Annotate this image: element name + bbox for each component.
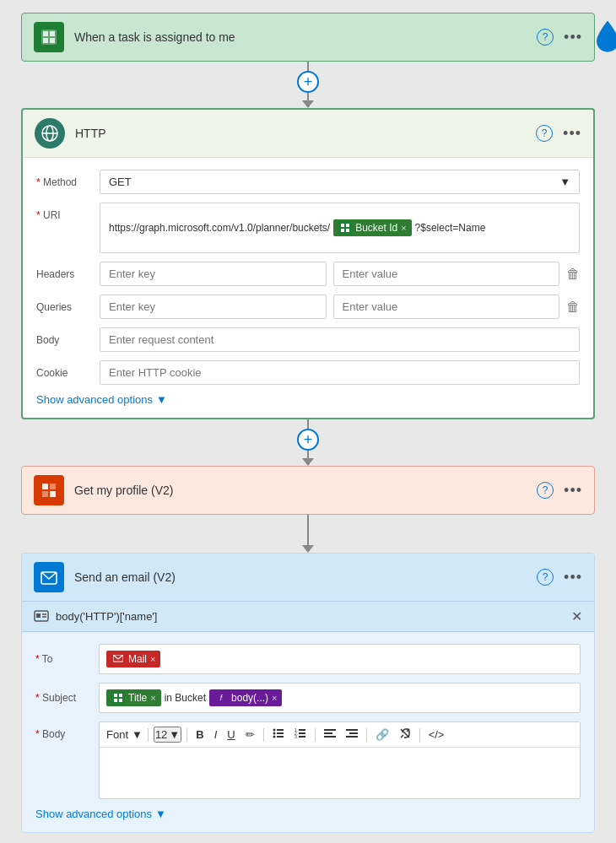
align-right-button[interactable] <box>343 726 361 743</box>
queries-key-input[interactable] <box>100 295 327 319</box>
cookie-input[interactable] <box>100 360 580 385</box>
water-drop-decoration <box>595 19 616 56</box>
svg-rect-14 <box>42 491 48 497</box>
unordered-list-button[interactable] <box>269 726 288 743</box>
italic-button[interactable]: I <box>211 727 221 743</box>
profile-more-icon[interactable]: ••• <box>564 482 582 500</box>
pen-button[interactable]: ✏ <box>242 727 258 743</box>
uri-field[interactable]: https://graph.microsoft.com/v1.0/planner… <box>100 203 580 253</box>
title-token-close[interactable]: × <box>150 693 155 703</box>
to-field[interactable]: Mail × <box>99 644 581 674</box>
method-dropdown[interactable]: GET ▼ <box>100 170 580 194</box>
add-step-button-1[interactable]: + <box>297 71 319 93</box>
add-step-button-2[interactable]: + <box>297 429 319 451</box>
task-help-icon[interactable]: ? <box>537 29 554 46</box>
uri-suffix: ?$select=Name <box>415 222 486 234</box>
uri-label: URI <box>36 203 100 221</box>
svg-rect-13 <box>50 484 56 489</box>
mail-token-close[interactable]: × <box>150 654 155 664</box>
profile-help-icon[interactable]: ? <box>537 482 554 499</box>
body-token-label: body(...) <box>231 692 268 704</box>
svg-rect-38 <box>324 729 336 731</box>
queries-inputs: 🗑 <box>100 295 580 319</box>
queries-value-input[interactable] <box>333 295 560 319</box>
email-body-toolbar: Font ▼ 12 ▼ B I U ✏ <box>100 722 580 748</box>
svg-rect-15 <box>50 491 56 497</box>
notification-icon <box>34 610 49 624</box>
connector-line-2a <box>307 419 309 429</box>
headers-delete-icon[interactable]: 🗑 <box>566 267 580 282</box>
http-icon <box>35 118 65 149</box>
http-help-icon[interactable]: ? <box>536 125 553 142</box>
http-show-advanced[interactable]: Show advanced options ▼ <box>36 393 580 406</box>
body-token-close[interactable]: × <box>272 693 277 703</box>
svg-rect-40 <box>324 736 336 738</box>
http-card-header: HTTP ? ••• <box>23 110 593 158</box>
svg-point-28 <box>273 732 275 735</box>
title-token: Title × <box>106 689 161 706</box>
svg-rect-12 <box>42 484 48 489</box>
email-body-editor[interactable]: Font ▼ 12 ▼ B I U ✏ <box>99 721 581 799</box>
profile-card-header: Get my profile (V2) ? ••• <box>21 466 595 515</box>
svg-rect-35 <box>299 732 305 734</box>
body-input[interactable] <box>100 327 580 352</box>
subject-field[interactable]: Title × in Bucket f body(...) × <box>99 683 581 713</box>
link-button[interactable]: 🔗 <box>372 727 392 743</box>
task-more-icon[interactable]: ••• <box>564 29 582 46</box>
mail-token: Mail × <box>106 651 160 667</box>
task-card: When a task is assigned to me ? ••• <box>21 13 595 62</box>
subject-label: Subject <box>35 692 99 704</box>
font-size-chevron: ▼ <box>169 728 180 741</box>
align-left-button[interactable] <box>321 726 339 743</box>
svg-rect-29 <box>277 732 284 734</box>
svg-rect-43 <box>346 736 358 738</box>
ordered-list-button[interactable]: 1.2.3. <box>291 726 310 743</box>
method-value: GET <box>109 176 132 188</box>
connector-2: + <box>297 419 319 466</box>
svg-rect-31 <box>277 736 284 738</box>
svg-rect-11 <box>346 229 349 232</box>
toolbar-divider-6 <box>419 728 420 742</box>
method-row: Method GET ▼ <box>36 170 580 194</box>
svg-rect-33 <box>299 729 305 731</box>
notification-close-icon[interactable]: ✕ <box>571 608 582 624</box>
queries-delete-icon[interactable]: 🗑 <box>566 300 580 315</box>
headers-key-input[interactable] <box>100 262 327 286</box>
headers-value-input[interactable] <box>333 262 560 286</box>
uri-text: https://graph.microsoft.com/v1.0/planner… <box>109 222 330 234</box>
font-size-button[interactable]: 12 ▼ <box>154 727 181 743</box>
font-select-button[interactable]: Font ▼ <box>106 728 143 741</box>
email-help-icon[interactable]: ? <box>537 569 554 586</box>
bucket-token-close[interactable]: × <box>401 223 406 233</box>
email-more-icon[interactable]: ••• <box>564 569 582 586</box>
toolbar-divider-4 <box>315 728 316 742</box>
chevron-down-icon: ▼ <box>559 176 570 188</box>
connector-arrow-2 <box>302 458 314 466</box>
font-size-value: 12 <box>155 728 167 741</box>
email-card-body: To Mail × Subject <box>22 632 594 832</box>
body-editor-row: Body Font ▼ 12 ▼ B I <box>35 721 581 799</box>
connector-3 <box>302 515 314 553</box>
queries-label: Queries <box>36 301 100 313</box>
bold-button[interactable]: B <box>192 727 207 743</box>
svg-rect-24 <box>114 699 117 702</box>
connector-line-1 <box>307 62 309 71</box>
svg-point-26 <box>273 729 275 732</box>
svg-rect-27 <box>277 729 284 731</box>
connector-line-3 <box>307 515 309 546</box>
http-more-icon[interactable]: ••• <box>563 125 581 143</box>
svg-rect-8 <box>341 224 344 227</box>
underline-button[interactable]: U <box>224 727 238 743</box>
task-card-title: When a task is assigned to me <box>74 30 537 44</box>
title-token-icon <box>111 691 125 705</box>
flow-container: When a task is assigned to me ? ••• + <box>13 13 603 833</box>
mail-token-icon <box>111 652 125 666</box>
email-body-content[interactable] <box>100 748 580 798</box>
code-button[interactable]: </> <box>425 727 448 743</box>
email-card-title: Send an email (V2) <box>74 570 537 584</box>
email-show-advanced[interactable]: Show advanced options ▼ <box>35 808 581 820</box>
http-card-title: HTTP <box>75 127 536 140</box>
toolbar-divider-3 <box>263 728 264 742</box>
email-chevron-down-icon: ▼ <box>155 808 166 820</box>
unlink-button[interactable] <box>396 726 414 743</box>
